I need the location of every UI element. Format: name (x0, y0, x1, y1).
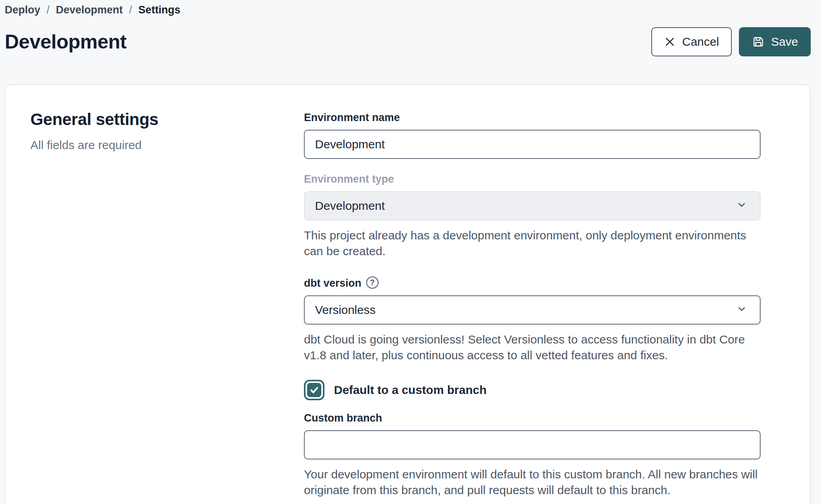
environment-name-group: Environment name (304, 112, 761, 159)
dbt-version-label: dbt version (304, 277, 362, 289)
section-intro: General settings All fields are required (30, 110, 304, 504)
chevron-down-icon (736, 303, 747, 317)
settings-card: General settings All fields are required… (5, 84, 811, 504)
question-circle-icon[interactable]: ? (366, 276, 379, 289)
save-button-label: Save (771, 35, 798, 49)
breadcrumb-item-development[interactable]: Development (56, 4, 123, 16)
dbt-version-label-row: dbt version ? (304, 277, 761, 289)
custom-branch-label: Custom branch (304, 412, 761, 424)
environment-type-value: Development (315, 199, 385, 213)
environment-name-label: Environment name (304, 112, 761, 124)
custom-branch-toggle-label: Default to a custom branch (334, 383, 487, 397)
environment-type-group: Environment type Development This projec… (304, 173, 761, 259)
custom-branch-toggle-row: Default to a custom branch (304, 380, 761, 400)
breadcrumb-separator: / (47, 4, 50, 16)
custom-branch-input[interactable] (304, 430, 761, 459)
breadcrumb-item-deploy[interactable]: Deploy (5, 4, 40, 16)
dbt-version-select[interactable]: Versionless (304, 295, 761, 325)
breadcrumb: Deploy / Development / Settings (5, 3, 811, 16)
x-icon (664, 36, 676, 48)
custom-branch-helper: Your development environment will defaul… (304, 467, 761, 498)
dbt-version-helper: dbt Cloud is going versionless! Select V… (304, 332, 761, 363)
environment-type-helper: This project already has a development e… (304, 228, 761, 259)
cancel-button-label: Cancel (682, 35, 719, 49)
breadcrumb-item-settings: Settings (139, 4, 181, 16)
page-header: Development Cancel Save (5, 27, 811, 56)
environment-type-label: Environment type (304, 173, 761, 185)
floppy-disk-icon (752, 35, 765, 49)
page: Deploy / Development / Settings Developm… (0, 0, 821, 504)
section-title: General settings (30, 110, 304, 129)
section-subtitle: All fields are required (30, 138, 304, 152)
custom-branch-group: Custom branch Your development environme… (304, 412, 761, 498)
environment-name-input[interactable] (304, 130, 761, 159)
general-settings-form: Environment name Environment type Develo… (304, 110, 761, 504)
environment-type-select: Development (304, 191, 761, 220)
chevron-down-icon (736, 199, 747, 213)
save-button[interactable]: Save (739, 27, 811, 56)
page-title: Development (5, 30, 126, 53)
dbt-version-value: Versionless (315, 303, 375, 317)
custom-branch-checkbox[interactable] (304, 380, 324, 400)
breadcrumb-separator: / (129, 4, 132, 16)
cancel-button[interactable]: Cancel (651, 27, 731, 56)
dbt-version-group: dbt version ? Versionless dbt Cloud is g… (304, 277, 761, 363)
check-icon (307, 383, 321, 397)
header-actions: Cancel Save (651, 27, 811, 56)
